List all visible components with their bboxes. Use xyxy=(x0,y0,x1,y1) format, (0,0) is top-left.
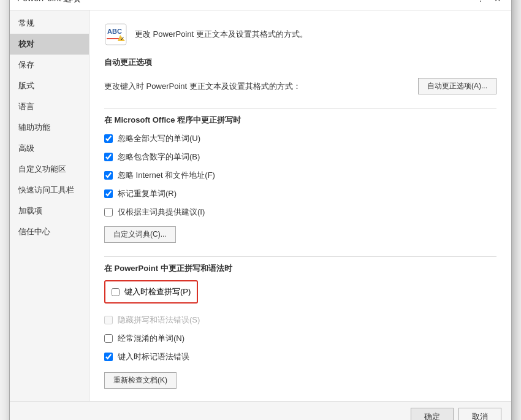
sidebar-item-advanced[interactable]: 高级 xyxy=(10,138,89,159)
content-header: ABC ✓ 更改 PowerPoint 更正文本及设置其格式的方式。 xyxy=(104,23,496,46)
close-button[interactable]: ✕ xyxy=(492,0,504,5)
checkbox-confused-words: 经常混淆的单词(N) xyxy=(104,332,496,345)
checkbox-ignore-numbers-label[interactable]: 忽略包含数字的单词(B) xyxy=(118,151,200,162)
checkbox-ignore-numbers-input[interactable] xyxy=(104,153,113,161)
autocorrect-section-title: 自动更正选项 xyxy=(104,57,496,68)
autocorrect-row: 更改键入时 PowerPoint 更正文本及设置其格式的方式： 自动更正选项(A… xyxy=(104,74,496,98)
checkbox-ignore-uppercase: 忽略全部大写的单词(U) xyxy=(104,132,496,145)
options-dialog: PowerPoint 选项 ? ✕ 常规 校对 保存 版式 语言 辅助功能 高级… xyxy=(9,0,512,420)
sidebar-item-general[interactable]: 常规 xyxy=(10,13,89,34)
recheck-button[interactable]: 重新检查文档(K) xyxy=(104,372,177,389)
checkbox-ignore-internet-label[interactable]: 忽略 Internet 和文件地址(F) xyxy=(118,170,215,181)
checkbox-ignore-uppercase-label[interactable]: 忽略全部大写的单词(U) xyxy=(118,133,200,144)
dialog-body: 常规 校对 保存 版式 语言 辅助功能 高级 自定义功能区 快速访问工具栏 加载… xyxy=(10,10,511,401)
checkbox-ignore-internet-input[interactable] xyxy=(104,171,113,180)
content-area: ABC ✓ 更改 PowerPoint 更正文本及设置其格式的方式。 自动更正选… xyxy=(89,10,511,401)
dialog-title: PowerPoint 选项 xyxy=(17,0,80,4)
sidebar-item-addins[interactable]: 加载项 xyxy=(10,200,89,221)
highlighted-checkbox-container: 键入时检查拼写(P) xyxy=(104,280,496,308)
sidebar-item-customize-ribbon[interactable]: 自定义功能区 xyxy=(10,159,89,180)
checkbox-grammar-errors-input[interactable] xyxy=(104,353,113,361)
content-header-text: 更改 PowerPoint 更正文本及设置其格式的方式。 xyxy=(135,29,308,40)
checkbox-main-dict-only: 仅根据主词典提供建议(I) xyxy=(104,205,496,219)
check-spelling-input[interactable] xyxy=(112,288,120,296)
sidebar-item-layout[interactable]: 版式 xyxy=(10,75,89,96)
divider-2 xyxy=(104,256,496,257)
sidebar: 常规 校对 保存 版式 语言 辅助功能 高级 自定义功能区 快速访问工具栏 加载… xyxy=(10,10,89,401)
check-spelling-label[interactable]: 键入时检查拼写(P) xyxy=(124,286,191,297)
cancel-button[interactable]: 取消 xyxy=(458,408,501,420)
checkbox-grammar-errors: 键入时标记语法错误 xyxy=(104,350,496,364)
autocorrect-options-button[interactable]: 自动更正选项(A)... xyxy=(418,78,496,94)
custom-dict-button[interactable]: 自定义词典(C)... xyxy=(104,226,176,243)
svg-text:ABC: ABC xyxy=(107,28,122,35)
checkbox-flag-repeated-label[interactable]: 标记重复单词(R) xyxy=(118,188,177,199)
checkbox-flag-repeated: 标记重复单词(R) xyxy=(104,187,496,200)
help-button[interactable]: ? xyxy=(474,0,487,5)
checkbox-grammar-errors-label[interactable]: 键入时标记语法错误 xyxy=(118,351,189,362)
checkbox-confused-words-label[interactable]: 经常混淆的单词(N) xyxy=(118,333,184,344)
checkbox-hide-errors-label: 隐藏拼写和语法错误(S) xyxy=(118,315,200,326)
ms-office-section-title: 在 Microsoft Office 程序中更正拼写时 xyxy=(104,115,496,126)
checkbox-flag-repeated-input[interactable] xyxy=(104,189,113,198)
checkbox-hide-errors-input[interactable] xyxy=(104,316,113,324)
checkbox-ignore-uppercase-input[interactable] xyxy=(104,134,113,143)
checkbox-ignore-numbers: 忽略包含数字的单词(B) xyxy=(104,150,496,164)
divider-1 xyxy=(104,108,496,109)
title-bar: PowerPoint 选项 ? ✕ xyxy=(10,0,511,10)
sidebar-item-accessibility[interactable]: 辅助功能 xyxy=(10,117,89,138)
checkbox-ignore-internet: 忽略 Internet 和文件地址(F) xyxy=(104,169,496,182)
ok-button[interactable]: 确定 xyxy=(411,408,454,420)
check-spelling-highlighted: 键入时检查拼写(P) xyxy=(104,280,198,304)
autocorrect-description: 更改键入时 PowerPoint 更正文本及设置其格式的方式： xyxy=(104,81,412,92)
sidebar-item-save[interactable]: 保存 xyxy=(10,55,89,75)
sidebar-item-proofing[interactable]: 校对 xyxy=(10,34,89,55)
dialog-footer: 确定 取消 xyxy=(10,401,511,420)
sidebar-item-trust-center[interactable]: 信任中心 xyxy=(10,221,89,242)
powerpoint-section-title: 在 PowerPoint 中更正拼写和语法时 xyxy=(104,263,496,274)
svg-text:✓: ✓ xyxy=(120,36,125,42)
sidebar-item-language[interactable]: 语言 xyxy=(10,96,89,117)
proofing-icon: ABC ✓ xyxy=(104,23,127,46)
checkbox-confused-words-input[interactable] xyxy=(104,334,113,343)
sidebar-item-quick-access[interactable]: 快速访问工具栏 xyxy=(10,180,89,200)
checkbox-main-dict-only-label[interactable]: 仅根据主词典提供建议(I) xyxy=(118,207,205,218)
title-bar-controls: ? ✕ xyxy=(474,0,504,5)
checkbox-main-dict-only-input[interactable] xyxy=(104,208,113,216)
checkbox-hide-errors: 隐藏拼写和语法错误(S) xyxy=(104,313,496,327)
